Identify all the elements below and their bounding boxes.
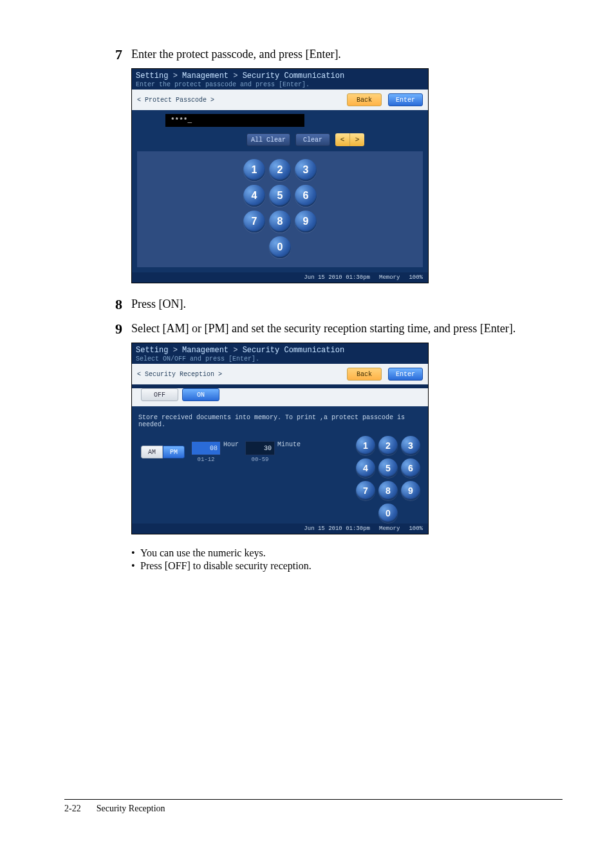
screen-instruction: Enter the protect passcode and press [En… (136, 81, 424, 88)
hour-label: Hour (223, 441, 239, 448)
keypad-9[interactable]: 9 (295, 211, 317, 232)
keypad-4[interactable]: 4 (356, 458, 375, 478)
status-memory-value: 100% (409, 274, 423, 281)
enter-button[interactable]: Enter (388, 368, 423, 381)
bullet-icon: • (131, 560, 140, 572)
on-toggle[interactable]: ON (182, 388, 219, 401)
note-text: You can use the numeric keys. (140, 547, 266, 559)
chevron-right-icon: > (173, 346, 178, 355)
status-memory-label: Memory (379, 274, 400, 281)
passcode-input[interactable]: ****_ (165, 114, 304, 127)
cursor-arrows: < > (335, 133, 364, 146)
screenshot-security-reception: Setting > Management > Security Communic… (131, 343, 563, 534)
step-7: 7 Enter the protect passcode, and press … (103, 46, 563, 63)
status-datetime: Jun 15 2010 01:30pm (304, 274, 370, 281)
arrow-right-button[interactable]: > (350, 133, 364, 146)
keypad-6[interactable]: 6 (401, 458, 420, 478)
keypad-2[interactable]: 2 (378, 436, 398, 455)
status-bar: Jun 15 2010 01:30pm Memory 100% (132, 272, 428, 283)
keypad-3[interactable]: 3 (401, 436, 420, 455)
hour-range: 01-12 (197, 457, 214, 463)
bullet-icon: • (131, 547, 140, 559)
off-toggle[interactable]: OFF (141, 388, 178, 401)
page-number: 2-22 (64, 804, 81, 814)
status-bar: Jun 15 2010 01:30pm Memory 100% (132, 524, 428, 534)
keypad-9[interactable]: 9 (401, 481, 420, 500)
screen-instruction: Select ON/OFF and press [Enter]. (136, 355, 424, 363)
screenshot-protect-passcode: Setting > Management > Security Communic… (131, 68, 563, 283)
am-button[interactable]: AM (141, 446, 163, 458)
keypad-1[interactable]: 1 (356, 436, 375, 455)
numeric-keypad: 1 2 3 4 5 6 7 8 9 0 (137, 151, 423, 267)
page-footer: 2-22 Security Reception (64, 799, 563, 814)
breadcrumb-b: Management (182, 346, 228, 355)
status-memory-label: Memory (379, 525, 400, 532)
minute-input[interactable]: 30 (245, 441, 275, 455)
breadcrumb-c: Security Communication (243, 71, 344, 80)
panel-label: < Protect Passcode > (137, 97, 214, 104)
note-text: Press [OFF] to disable security receptio… (140, 560, 312, 572)
all-clear-button[interactable]: All Clear (247, 133, 290, 146)
clear-button[interactable]: Clear (295, 133, 330, 146)
status-memory-value: 100% (409, 525, 423, 532)
breadcrumb-a: Setting (136, 71, 168, 80)
back-button[interactable]: Back (347, 93, 382, 106)
keypad-5[interactable]: 5 (378, 458, 398, 478)
breadcrumb-a: Setting (136, 346, 168, 355)
notes-list: • You can use the numeric keys. • Press … (131, 547, 563, 572)
breadcrumb-c: Security Communication (243, 346, 344, 355)
enter-button[interactable]: Enter (388, 93, 423, 106)
chevron-right-icon: > (173, 71, 178, 80)
step-number: 9 (103, 321, 122, 337)
chevron-right-icon: > (233, 71, 237, 80)
panel-label: < Security Reception > (137, 371, 222, 378)
keypad-1[interactable]: 1 (243, 159, 265, 181)
keypad-7[interactable]: 7 (356, 481, 375, 500)
keypad-7[interactable]: 7 (243, 211, 265, 232)
step-9: 9 Select [AM] or [PM] and set the securi… (103, 321, 563, 337)
hour-input[interactable]: 08 (191, 441, 221, 455)
back-button[interactable]: Back (347, 368, 382, 381)
pm-button[interactable]: PM (163, 446, 185, 458)
keypad-2[interactable]: 2 (269, 159, 291, 181)
breadcrumb-b: Management (182, 71, 228, 80)
breadcrumb: Setting > Management > Security Communic… (136, 346, 424, 355)
step-number: 7 (103, 46, 122, 63)
chevron-right-icon: > (233, 346, 237, 355)
numeric-keypad: 1 2 3 4 5 6 7 8 9 0 (356, 436, 420, 523)
step-text: Select [AM] or [PM] and set the security… (131, 321, 563, 337)
step-8: 8 Press [ON]. (103, 296, 563, 313)
info-text: Store received documents into memory. To… (138, 414, 423, 428)
step-text: Press [ON]. (131, 296, 563, 312)
minute-range: 00-59 (252, 457, 269, 463)
keypad-6[interactable]: 6 (295, 185, 317, 207)
keypad-8[interactable]: 8 (378, 481, 398, 500)
keypad-4[interactable]: 4 (243, 185, 265, 207)
breadcrumb: Setting > Management > Security Communic… (136, 71, 424, 80)
page-title: Security Reception (97, 804, 165, 814)
minute-label: Minute (277, 441, 301, 448)
keypad-0[interactable]: 0 (378, 504, 398, 523)
step-number: 8 (103, 296, 122, 313)
keypad-3[interactable]: 3 (295, 159, 317, 181)
step-text: Enter the protect passcode, and press [E… (131, 46, 563, 62)
keypad-0[interactable]: 0 (269, 236, 291, 258)
status-datetime: Jun 15 2010 01:30pm (304, 525, 370, 532)
keypad-5[interactable]: 5 (269, 185, 291, 207)
keypad-8[interactable]: 8 (269, 211, 291, 232)
arrow-left-button[interactable]: < (335, 133, 350, 146)
